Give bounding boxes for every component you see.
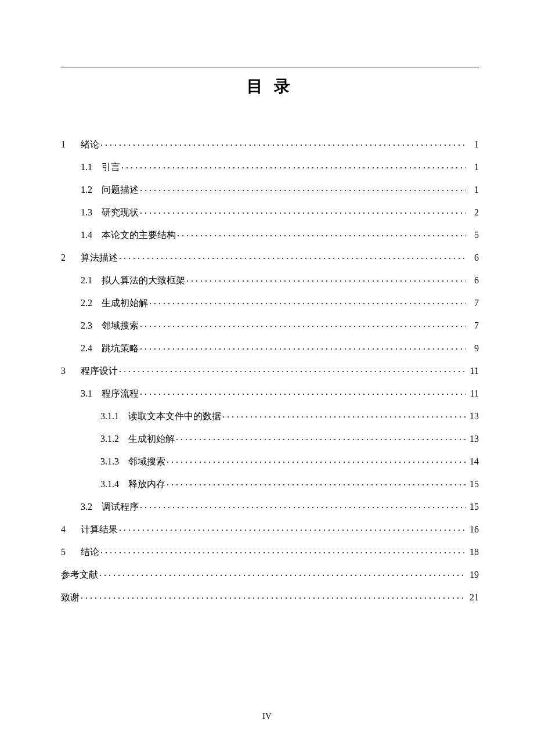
toc-entry-title: 拟人算法的大致框架 [102, 276, 185, 285]
toc-entry-title: 参考文献 [61, 570, 98, 579]
toc-entry-number: 3.1.4 [100, 480, 128, 489]
toc-entry-number: 3.2 [81, 502, 102, 512]
toc-leader-dots [100, 546, 466, 555]
toc-entry-number: 2.2 [81, 298, 102, 308]
toc-entry: 2.3邻域搜索7 [61, 319, 479, 330]
toc-entry-title: 邻域搜索 [102, 321, 139, 330]
toc-entry-title: 绪论 [81, 140, 99, 149]
toc-entry: 参考文献19 [61, 568, 479, 579]
toc-entry-title: 计算结果 [81, 525, 118, 534]
toc-leader-dots [140, 183, 466, 193]
page: 目 录 1绪论11.1引言11.2问题描述11.3研究现状21.4本论文的主要结… [0, 0, 534, 756]
toc-entry: 1绪论1 [61, 138, 479, 149]
toc-entry-title: 读取文本文件中的数据 [128, 412, 221, 421]
toc-entry-number: 1.3 [81, 208, 102, 217]
toc-entry: 1.4本论文的主要结构5 [61, 229, 479, 240]
toc-entry-number: 2.3 [81, 321, 102, 330]
toc-entry: 1.2问题描述1 [61, 183, 479, 195]
toc-entry-page: 14 [467, 457, 479, 466]
toc-entry-page: 6 [467, 276, 479, 285]
toc-entry-number: 2 [61, 253, 81, 262]
table-of-contents: 1绪论11.1引言11.2问题描述11.3研究现状21.4本论文的主要结构52算… [61, 138, 479, 602]
toc-entry: 3.1.1读取文本文件中的数据13 [61, 410, 479, 421]
toc-leader-dots [140, 387, 466, 397]
toc-entry-page: 1 [467, 140, 479, 149]
toc-leader-dots [176, 433, 466, 442]
toc-entry: 3.2调试程序15 [61, 501, 479, 512]
header-rule [61, 67, 479, 67]
toc-leader-dots [119, 365, 466, 374]
toc-entry-number: 3.1 [81, 389, 102, 398]
toc-entry: 1.1引言1 [61, 161, 479, 172]
toc-entry-number: 1.1 [81, 163, 102, 172]
toc-entry-title: 调试程序 [102, 502, 139, 512]
toc-leader-dots [177, 229, 466, 238]
toc-entry-title: 引言 [102, 163, 120, 172]
toc-entry-title: 研究现状 [102, 208, 139, 217]
toc-entry-page: 18 [467, 548, 479, 557]
toc-entry-number: 3.1.3 [100, 457, 128, 466]
toc-leader-dots [167, 478, 466, 487]
toc-leader-dots [186, 274, 466, 283]
toc-leader-dots [222, 410, 466, 419]
toc-leader-dots [121, 161, 466, 170]
toc-entry-title: 致谢 [61, 593, 80, 602]
toc-entry-page: 11 [467, 366, 479, 376]
toc-entry-number: 2.1 [81, 276, 102, 285]
toc-entry-title: 生成初始解 [128, 434, 175, 444]
toc-entry: 5结论18 [61, 546, 479, 557]
toc-leader-dots [140, 206, 466, 215]
toc-entry: 3.1.2生成初始解13 [61, 433, 479, 444]
toc-entry-title: 释放内存 [128, 480, 165, 489]
toc-leader-dots [167, 455, 466, 465]
toc-entry-title: 问题描述 [102, 185, 139, 195]
toc-leader-dots [81, 591, 466, 600]
toc-entry-title: 邻域搜索 [128, 457, 165, 466]
toc-entry-number: 5 [61, 548, 81, 557]
toc-entry: 致谢21 [61, 591, 479, 602]
toc-entry-page: 11 [467, 389, 479, 398]
toc-entry-number: 1.4 [81, 231, 102, 240]
toc-entry: 3.1程序流程11 [61, 387, 479, 398]
toc-entry: 2算法描述6 [61, 251, 479, 262]
toc-entry-page: 1 [467, 185, 479, 195]
toc-leader-dots [140, 501, 466, 510]
toc-entry: 2.4跳坑策略9 [61, 342, 479, 353]
toc-entry: 3.1.3邻域搜索14 [61, 455, 479, 466]
toc-entry: 4计算结果16 [61, 523, 479, 534]
toc-entry-number: 2.4 [81, 344, 102, 353]
toc-entry-title: 生成初始解 [102, 298, 148, 308]
toc-entry-title: 结论 [81, 548, 99, 557]
toc-entry-page: 5 [467, 231, 479, 240]
toc-entry-number: 4 [61, 525, 81, 534]
toc-leader-dots [119, 523, 466, 532]
toc-entry-title: 算法描述 [81, 253, 118, 262]
toc-entry-page: 7 [467, 321, 479, 330]
toc-entry-page: 13 [467, 434, 479, 444]
toc-entry-page: 6 [467, 253, 479, 262]
toc-entry-page: 2 [467, 208, 479, 217]
toc-entry-page: 16 [467, 525, 479, 534]
page-number-footer: IV [0, 711, 534, 721]
toc-entry-page: 19 [467, 570, 479, 579]
toc-entry-page: 9 [467, 344, 479, 353]
toc-entry-page: 1 [467, 163, 479, 172]
toc-leader-dots [100, 138, 466, 147]
toc-entry-page: 13 [467, 412, 479, 421]
toc-entry-title: 程序设计 [81, 366, 118, 376]
toc-entry: 2.1拟人算法的大致框架6 [61, 274, 479, 285]
toc-entry: 2.2生成初始解7 [61, 297, 479, 308]
toc-entry-page: 21 [467, 593, 479, 602]
toc-entry-title: 本论文的主要结构 [102, 231, 176, 240]
toc-entry: 3.1.4释放内存15 [61, 478, 479, 489]
toc-entry-page: 15 [467, 480, 479, 489]
toc-entry: 3程序设计11 [61, 365, 479, 376]
toc-entry-page: 15 [467, 502, 479, 512]
toc-entry-number: 3.1.1 [100, 412, 128, 421]
toc-leader-dots [119, 251, 466, 261]
toc-entry-title: 程序流程 [102, 389, 139, 398]
toc-entry-number: 1.2 [81, 185, 102, 195]
toc-entry: 1.3研究现状2 [61, 206, 479, 217]
toc-entry-number: 1 [61, 140, 81, 149]
toc-title: 目 录 [61, 75, 479, 98]
